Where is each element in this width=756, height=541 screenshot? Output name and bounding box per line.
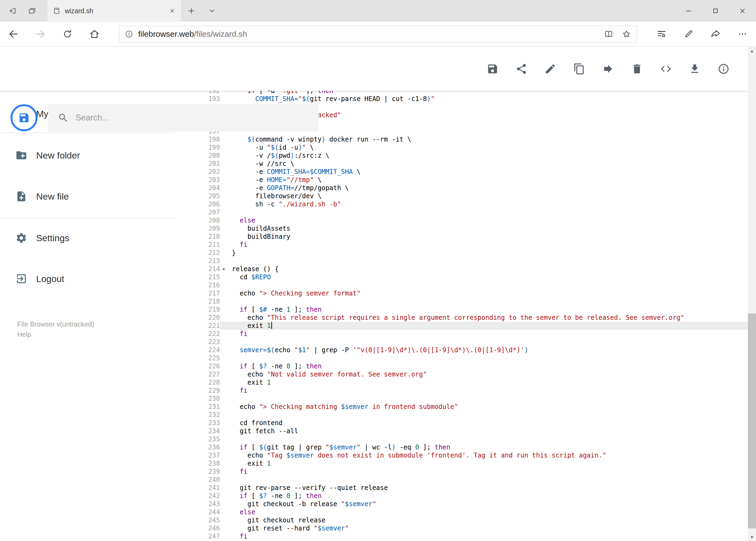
- site-info-icon[interactable]: [125, 30, 133, 38]
- edit-button[interactable]: [544, 63, 556, 75]
- sidebar-item-settings[interactable]: Settings: [0, 225, 194, 252]
- fold-gutter: [220, 200, 232, 208]
- sidebar-item-new-file[interactable]: New file: [0, 183, 194, 210]
- scroll-up-arrow-icon[interactable]: ▲: [748, 47, 756, 55]
- tabs-set-aside-button[interactable]: [22, 0, 42, 22]
- code-line[interactable]: 238 exit 1: [194, 459, 748, 467]
- code-line[interactable]: 227 echo "Not valid semver format. See s…: [194, 370, 748, 378]
- code-line[interactable]: 202 -e COMMIT_SHA=$COMMIT_SHA \: [194, 168, 748, 176]
- favorite-star-icon[interactable]: [622, 29, 631, 39]
- code-line[interactable]: 206 sh -c "./wizard.sh -b": [194, 200, 748, 208]
- browser-tab[interactable]: wizard.sh: [48, 0, 181, 22]
- share-button[interactable]: [516, 63, 527, 75]
- code-line[interactable]: 207: [194, 208, 748, 216]
- search-input[interactable]: [76, 113, 316, 123]
- code-line[interactable]: 246 git reset --hard "$semver": [194, 524, 748, 532]
- code-line[interactable]: 219 if [ $# -ne 1 ]; then: [194, 305, 748, 313]
- line-number: 212: [194, 249, 220, 257]
- code-line[interactable]: 247 fi: [194, 532, 748, 540]
- forward-button[interactable]: [27, 22, 54, 46]
- help-link[interactable]: Help: [17, 329, 31, 339]
- tab-preview-toggle[interactable]: [202, 0, 222, 22]
- fold-gutter: [220, 516, 232, 524]
- annotate-button[interactable]: [675, 22, 702, 46]
- tab-close-icon[interactable]: [169, 7, 176, 14]
- code-line[interactable]: 222 fi: [194, 330, 748, 338]
- fold-marker-icon[interactable]: ▾: [220, 265, 232, 273]
- code-line[interactable]: 210 buildBinary: [194, 233, 748, 241]
- code-line[interactable]: 192 if [ -d ".git" ]; then: [194, 91, 748, 95]
- code-line[interactable]: 237 echo "Tag $semver does not exist in …: [194, 451, 748, 459]
- code-line[interactable]: 209 buildAssets: [194, 225, 748, 233]
- scroll-down-arrow-icon[interactable]: ▼: [748, 533, 756, 541]
- sidebar-item-new-folder[interactable]: New folder: [0, 142, 194, 169]
- scrollbar-thumb[interactable]: [748, 313, 756, 528]
- code-line[interactable]: 193 COMMIT_SHA="$(git rev-parse HEAD | c…: [194, 95, 748, 103]
- code-line[interactable]: 235: [194, 435, 748, 443]
- more-menu-button[interactable]: [729, 22, 756, 46]
- delete-button[interactable]: [631, 63, 643, 75]
- code-line[interactable]: 244 else: [194, 508, 748, 516]
- code-line[interactable]: 229 fi: [194, 386, 748, 395]
- home-button[interactable]: [81, 22, 108, 46]
- code-line[interactable]: 211 fi: [194, 241, 748, 249]
- code-line[interactable]: 200 -v /$(pwd):/src:z \: [194, 152, 748, 160]
- code-line[interactable]: 234 git fetch --all: [194, 427, 748, 435]
- address-bar[interactable]: filebrowser.web/files/wizard.sh: [119, 26, 637, 42]
- new-tab-button[interactable]: [181, 0, 202, 22]
- code-line[interactable]: 216: [194, 281, 748, 289]
- code-line[interactable]: 198 $(command -v winpty) docker run --rm…: [194, 135, 748, 144]
- code-line[interactable]: 241 git rev-parse --verify --quiet relea…: [194, 484, 748, 492]
- code-line[interactable]: 230: [194, 395, 748, 403]
- set-tabs-aside-button[interactable]: [2, 0, 22, 22]
- code-line[interactable]: 233 cd frontend: [194, 419, 748, 427]
- code-line[interactable]: 231 echo "> Checking matching $semver in…: [194, 403, 748, 411]
- code-line[interactable]: 201 -w //src \: [194, 160, 748, 168]
- code-line[interactable]: 240: [194, 476, 748, 484]
- code-line[interactable]: 245 git checkout release: [194, 516, 748, 524]
- minimize-button[interactable]: [675, 0, 702, 22]
- code-line[interactable]: 218: [194, 297, 748, 305]
- share-button[interactable]: [702, 22, 729, 46]
- code-line[interactable]: 213: [194, 257, 748, 265]
- hub-button[interactable]: [648, 22, 675, 46]
- page-scrollbar[interactable]: ▲ ▼: [748, 47, 756, 541]
- search-box[interactable]: [48, 104, 319, 132]
- code-line[interactable]: 228 exit 1: [194, 378, 748, 386]
- code-line[interactable]: 242 if [ $? -ne 0 ]; then: [194, 492, 748, 500]
- refresh-button[interactable]: [54, 22, 81, 46]
- info-button[interactable]: [718, 63, 730, 75]
- code-line[interactable]: 208 else: [194, 216, 748, 225]
- code-line[interactable]: 203 -e HOME="//tmp" \: [194, 176, 748, 184]
- move-button[interactable]: [602, 63, 614, 75]
- code-line[interactable]: 236 if [ $(git tag | grep "$semver" | wc…: [194, 443, 748, 451]
- code-text: exit 1: [232, 459, 271, 467]
- code-line[interactable]: 205 filebrowser/dev \: [194, 192, 748, 200]
- code-line[interactable]: 239 fi: [194, 467, 748, 476]
- copy-button[interactable]: [573, 63, 585, 75]
- download-button[interactable]: [689, 63, 701, 75]
- code-line[interactable]: 220 echo "This release script requires a…: [194, 313, 748, 322]
- code-line[interactable]: 204 -e GOPATH=//tmp/gopath \: [194, 184, 748, 192]
- code-line[interactable]: 232: [194, 411, 748, 419]
- close-window-button[interactable]: [729, 0, 756, 22]
- code-line[interactable]: 199 -u "$(id -u)" \: [194, 144, 748, 152]
- maximize-button[interactable]: [702, 0, 729, 22]
- line-number: 246: [194, 524, 220, 532]
- save-button[interactable]: [487, 63, 499, 75]
- code-line[interactable]: 224 semver=$(echo "$1" | grep -P '^v(0|[…: [194, 346, 748, 354]
- code-line[interactable]: 215 cd $REPO: [194, 273, 748, 281]
- back-button[interactable]: [0, 22, 27, 46]
- app-logo[interactable]: [11, 104, 38, 131]
- code-line[interactable]: 214▾release () {: [194, 265, 748, 273]
- code-line[interactable]: 221 exit 1: [194, 322, 748, 330]
- code-line[interactable]: 212}: [194, 249, 748, 257]
- code-line[interactable]: 217 echo "> Checking semver format": [194, 289, 748, 297]
- code-line[interactable]: 226 if [ $? -ne 0 ]; then: [194, 362, 748, 370]
- code-view-button[interactable]: [660, 63, 672, 75]
- code-line[interactable]: 225: [194, 354, 748, 362]
- code-line[interactable]: 243 git checkout -b release "$semver": [194, 500, 748, 508]
- code-line[interactable]: 223: [194, 338, 748, 346]
- reading-view-icon[interactable]: [604, 29, 614, 39]
- sidebar-item-logout[interactable]: Logout: [0, 265, 194, 292]
